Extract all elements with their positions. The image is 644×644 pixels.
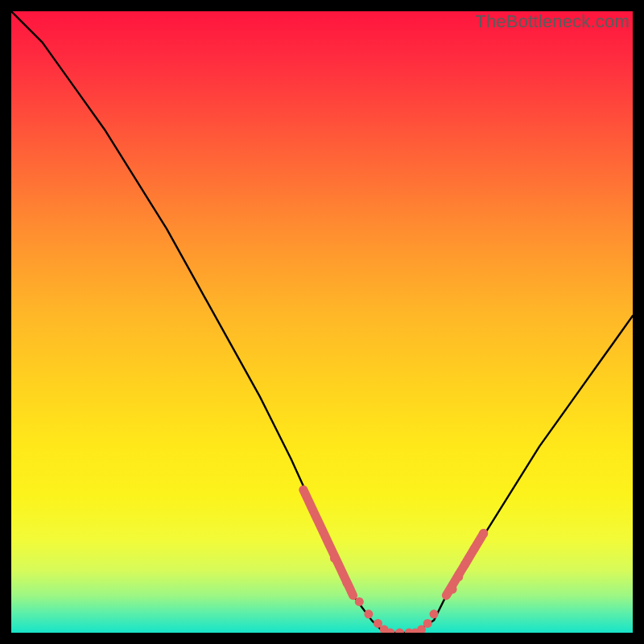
scatter-point (395, 629, 404, 634)
scatter-point (355, 597, 364, 606)
scatter-point (479, 529, 488, 538)
scatter-point (430, 609, 439, 618)
chart-frame: TheBottleneck.com (0, 0, 644, 644)
scatter-point (342, 579, 351, 588)
scatter-point (448, 585, 457, 594)
scatter-point (454, 572, 463, 581)
plot-area: TheBottleneck.com (11, 11, 633, 633)
curve-layer (11, 11, 633, 633)
scatter-point (470, 544, 479, 553)
scatter-point (460, 560, 469, 569)
scatter-point (364, 609, 373, 618)
scatter-point (330, 554, 339, 563)
scatter-point (423, 619, 432, 628)
